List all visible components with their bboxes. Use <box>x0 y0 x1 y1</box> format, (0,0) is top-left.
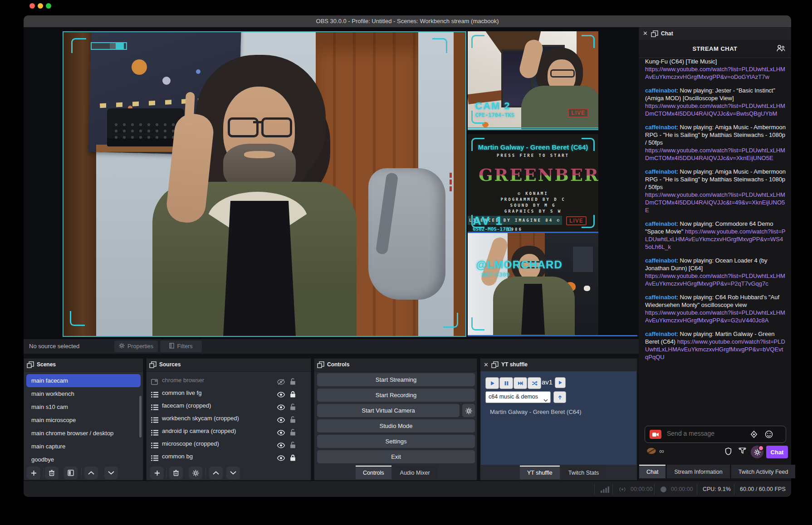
source-row[interactable]: workbench skycam (cropped) <box>147 412 311 425</box>
remove-scene-button[interactable] <box>45 467 59 479</box>
yt-tabs[interactable]: YT shuffleTwitch Stats <box>520 466 607 479</box>
chat-link[interactable]: https://www.youtube.com/watch?list=PLDUw… <box>645 66 785 80</box>
studio-mode-button[interactable]: Studio Mode <box>317 419 475 433</box>
sources-list[interactable]: chrome browsercommon live fgfacecam (cro… <box>147 374 311 463</box>
yt-pause-button[interactable] <box>499 377 513 389</box>
scenes-scrollbar[interactable] <box>139 396 142 438</box>
controls-tabs[interactable]: ControlsAudio Mixer <box>356 466 439 479</box>
filters-button[interactable]: Filters <box>160 340 202 352</box>
source-row[interactable]: android ip camera (cropped) <box>147 425 311 438</box>
chat-username[interactable]: caffeinabot <box>645 220 676 227</box>
chat-messages[interactable]: Kung-Fu (C64) [Title Music]https://www.y… <box>645 58 786 423</box>
scene-filters-button[interactable] <box>64 467 78 479</box>
lock-closed-icon[interactable] <box>290 453 296 466</box>
scene-item[interactable]: goodbye <box>26 453 141 466</box>
tab-audio-mixer[interactable]: Audio Mixer <box>393 466 437 479</box>
chat-username[interactable]: caffeinabot <box>645 257 676 264</box>
shield-icon[interactable] <box>725 447 732 455</box>
send-chat-button[interactable]: Chat <box>766 446 788 458</box>
yt-av-play-button[interactable] <box>555 377 566 388</box>
scene-item[interactable]: main microscope <box>26 413 141 427</box>
yt-shuffle-button[interactable] <box>528 377 541 389</box>
tab-twitch-stats[interactable]: Twitch Stats <box>561 466 606 479</box>
chat-input-box[interactable] <box>645 426 786 443</box>
sources-dock-header[interactable]: Sources <box>147 359 311 372</box>
tab-chat[interactable]: Chat <box>639 465 665 478</box>
scene-item[interactable]: main workbench <box>26 387 141 400</box>
chat-link[interactable]: https://www.youtube.com/watch?list=PLDUw… <box>645 191 785 214</box>
chat-link[interactable]: https://www.youtube.com/watch?list=PLDUw… <box>645 147 785 161</box>
c64-video[interactable]: Martin Galway - Green Beret (C64) PRESS … <box>468 134 598 232</box>
yt-dock-header[interactable]: ✕ YT shuffle <box>480 359 637 372</box>
chat-username[interactable]: caffeinabot <box>645 87 676 94</box>
chat-dock-header[interactable]: ✕ Chat <box>639 28 791 40</box>
move-scene-up-button[interactable] <box>84 467 98 479</box>
add-source-button[interactable] <box>150 467 164 479</box>
emote-picker-icon[interactable] <box>765 430 773 438</box>
chat-username[interactable]: caffeinabot <box>645 168 676 175</box>
cam3-video[interactable]: @LMORCHARD 867-5309 <box>468 233 598 335</box>
start-virtual-camera-button[interactable]: Start Virtual Camera <box>317 404 460 417</box>
chat-filter-icon[interactable] <box>739 447 746 454</box>
yt-next-button[interactable] <box>514 377 527 389</box>
popout-icon[interactable] <box>27 361 34 370</box>
chat-settings-gear-icon[interactable] <box>751 446 763 458</box>
scene-item[interactable]: main chrome browser / desktop <box>26 427 141 440</box>
virtual-camera-settings-button[interactable] <box>462 404 475 417</box>
source-row[interactable]: facecam (cropped) <box>147 399 311 412</box>
yt-play-button[interactable] <box>485 377 499 389</box>
remove-source-button[interactable] <box>169 467 183 479</box>
popout-icon[interactable] <box>651 30 658 39</box>
coffee-bean-avatar[interactable] <box>646 447 656 457</box>
exit-button[interactable]: Exit <box>317 450 475 463</box>
chat-username[interactable]: caffeinabot <box>645 331 676 337</box>
move-source-up-button[interactable] <box>209 467 223 479</box>
chat-tabs[interactable]: ChatStream InformationTwitch Activity Fe… <box>639 465 797 478</box>
youtube-camera-icon[interactable] <box>650 430 661 439</box>
chat-link[interactable]: https://www.youtube.com/watch?list=PLDUw… <box>645 309 785 324</box>
source-row[interactable]: microscope (cropped) <box>147 438 311 450</box>
tab-yt-shuffle[interactable]: YT shuffle <box>520 466 560 479</box>
properties-button[interactable]: Properties <box>114 340 158 352</box>
scenes-list[interactable]: main facecammain workbenchmain s10 camma… <box>24 374 143 466</box>
source-row[interactable]: common live fg <box>147 387 311 399</box>
chat-username[interactable]: caffeinabot <box>645 124 676 131</box>
move-source-down-button[interactable] <box>226 467 240 479</box>
chat-link[interactable]: https://www.youtube.com/watch?list=PLDUw… <box>645 338 785 360</box>
chat-link[interactable]: https://www.youtube.com/watch?list=PLDUw… <box>645 102 785 117</box>
bits-icon[interactable] <box>750 430 758 438</box>
scene-item[interactable]: main facecam <box>26 374 141 387</box>
cam2-video[interactable]: CAM 2 CPE-1704-TKS LIVE <box>468 31 598 130</box>
tab-stream-information[interactable]: Stream Information <box>667 465 729 478</box>
start-streaming-button[interactable]: Start Streaming <box>317 373 475 386</box>
scene-item[interactable]: main capture <box>26 440 141 453</box>
scene-item[interactable]: main s10 cam <box>26 400 141 413</box>
settings-button[interactable]: Settings <box>317 435 475 448</box>
yt-upload-button[interactable] <box>553 391 566 403</box>
chat-message-input[interactable] <box>666 429 749 438</box>
preview-canvas[interactable]: CAM 2 CPE-1704-TKS LIVE Martin Galway - … <box>24 27 639 339</box>
zoom-window-button[interactable] <box>46 3 51 9</box>
eye-icon[interactable] <box>277 453 285 466</box>
move-scene-down-button[interactable] <box>104 467 118 479</box>
add-scene-button[interactable] <box>27 467 40 479</box>
chat-link[interactable]: https://www.youtube.com/watch?list=PLDUw… <box>645 228 785 250</box>
tab-twitch-activity-feed[interactable]: Twitch Activity Feed <box>731 465 796 478</box>
chat-username[interactable]: caffeinabot <box>645 294 676 301</box>
yt-playlist-select[interactable]: c64 music & demos <box>485 391 551 403</box>
close-icon[interactable]: ✕ <box>484 361 489 368</box>
source-row[interactable]: common bg <box>147 450 311 463</box>
close-icon[interactable]: ✕ <box>643 30 648 37</box>
points-label[interactable]: ∞ <box>659 447 664 455</box>
tab-controls[interactable]: Controls <box>356 466 391 479</box>
source-properties-button[interactable] <box>189 467 202 479</box>
popout-icon[interactable] <box>149 361 157 370</box>
start-recording-button[interactable]: Start Recording <box>317 389 475 402</box>
facecam-video[interactable] <box>63 31 466 337</box>
scenes-dock-header[interactable]: Scenes <box>24 359 143 372</box>
source-row[interactable]: chrome browser <box>147 374 311 387</box>
popout-icon[interactable] <box>491 361 499 370</box>
close-window-button[interactable] <box>29 3 35 9</box>
minimize-window-button[interactable] <box>38 3 43 9</box>
chat-link[interactable]: https://www.youtube.com/watch?list=PLDUw… <box>645 272 785 287</box>
